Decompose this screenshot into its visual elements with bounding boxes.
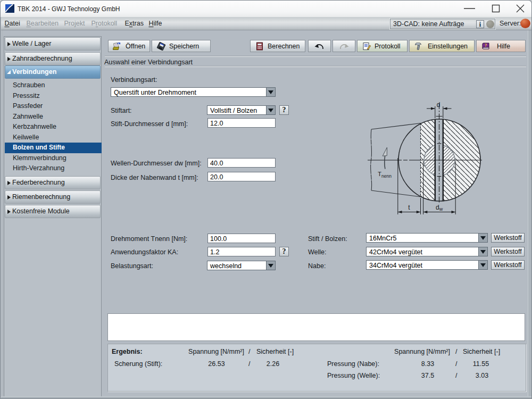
svg-text:Tnenn: Tnenn bbox=[378, 171, 392, 179]
svg-text:?: ? bbox=[485, 43, 487, 48]
svg-text:t: t bbox=[408, 204, 410, 211]
svg-text:d: d bbox=[437, 101, 440, 109]
svg-text:dw: dw bbox=[436, 204, 443, 212]
